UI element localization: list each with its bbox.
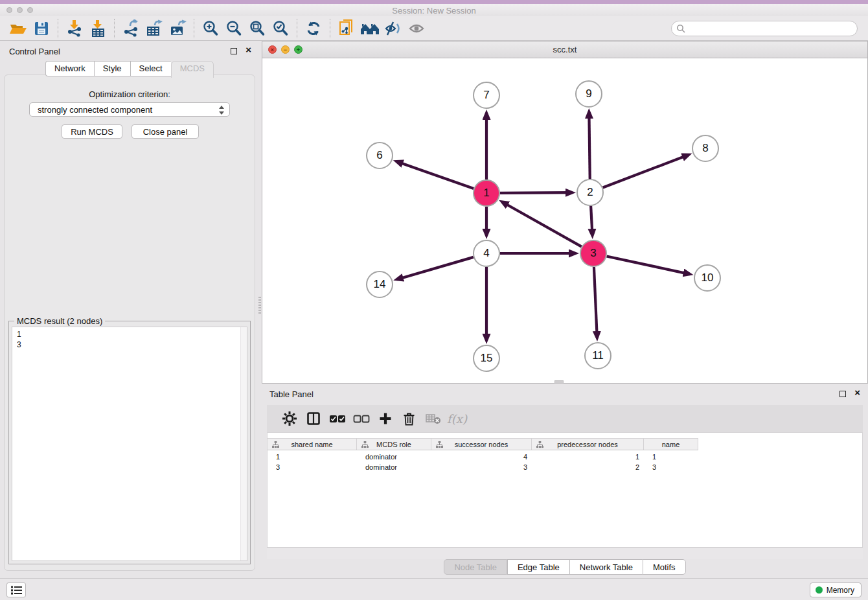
float-panel-icon[interactable] bbox=[231, 48, 237, 54]
node-table: shared nameMCDS rolesuccessor nodesprede… bbox=[267, 432, 863, 548]
graph-edge-2-9[interactable] bbox=[589, 112, 589, 179]
delete-table-button[interactable] bbox=[421, 408, 445, 430]
columns-icon bbox=[307, 412, 320, 425]
table-hscroll-track[interactable] bbox=[267, 548, 863, 559]
graph-node-3[interactable]: 3 bbox=[580, 240, 607, 267]
graph-node-1[interactable]: 1 bbox=[473, 179, 500, 207]
column-header-predecessor-nodes[interactable]: predecessor nodes bbox=[532, 439, 644, 450]
close-panel-button[interactable]: Close panel bbox=[131, 124, 199, 139]
graph-node-11[interactable]: 11 bbox=[584, 342, 611, 369]
new-network-from-selection-button[interactable] bbox=[335, 18, 358, 39]
graph-node-8[interactable]: 8 bbox=[692, 135, 719, 162]
graph-node-2[interactable]: 2 bbox=[577, 179, 604, 206]
column-label: MCDS role bbox=[376, 441, 411, 448]
import-table-button[interactable] bbox=[86, 18, 109, 39]
function-icon: f(x) bbox=[447, 412, 467, 426]
graph-edge-1-2[interactable] bbox=[500, 192, 572, 193]
optimization-criterion-value: strongly connected component bbox=[38, 105, 152, 115]
export-table-button[interactable] bbox=[143, 18, 166, 39]
mcds-result-item[interactable]: 3 bbox=[17, 340, 242, 350]
control-panel-title: Control Panel bbox=[9, 47, 60, 56]
graph-node-4[interactable]: 4 bbox=[473, 240, 500, 267]
zoom-in-button[interactable] bbox=[199, 18, 222, 39]
add-button[interactable] bbox=[373, 408, 397, 430]
tab-mcds[interactable]: MCDS bbox=[171, 61, 214, 78]
search-icon bbox=[676, 24, 685, 33]
graph-node-10[interactable]: 10 bbox=[694, 264, 721, 292]
graph-node-6[interactable]: 6 bbox=[366, 142, 393, 169]
table-cell-mcds-role[interactable]: dominator bbox=[357, 462, 431, 472]
open-file-button[interactable] bbox=[6, 18, 30, 39]
tab-node-table[interactable]: Node Table bbox=[444, 559, 507, 575]
graph-edge-3-1[interactable] bbox=[502, 202, 581, 247]
table-cell-name[interactable]: 3 bbox=[644, 462, 698, 472]
optimization-criterion-label: Optimization criterion: bbox=[5, 89, 255, 99]
canvas-splitter-grip[interactable] bbox=[554, 380, 564, 384]
graph-edge-2-3[interactable] bbox=[591, 206, 592, 235]
column-label: successor nodes bbox=[455, 441, 508, 448]
save-session-button[interactable] bbox=[30, 18, 53, 39]
optimization-criterion-select[interactable]: strongly connected component bbox=[29, 102, 230, 117]
search-input[interactable] bbox=[685, 24, 852, 33]
table-cell-successor-nodes[interactable]: 3 bbox=[431, 462, 532, 472]
table-cell-predecessor-nodes[interactable]: 2 bbox=[532, 462, 644, 472]
table-row[interactable]: 3dominator323 bbox=[268, 462, 698, 472]
first-neighbors-button[interactable] bbox=[358, 18, 382, 39]
close-table-panel-icon[interactable]: × bbox=[854, 387, 860, 398]
graph-edge-3-10[interactable] bbox=[607, 256, 690, 274]
graph-node-14[interactable]: 14 bbox=[366, 271, 393, 298]
graph-edge-4-14[interactable] bbox=[397, 257, 474, 279]
export-image-button[interactable] bbox=[166, 18, 189, 39]
mcds-result-list[interactable]: 13 bbox=[12, 327, 247, 561]
show-all-button[interactable] bbox=[405, 18, 428, 39]
gear-button[interactable] bbox=[277, 408, 301, 430]
tab-select[interactable]: Select bbox=[130, 61, 171, 76]
graph-node-9[interactable]: 9 bbox=[575, 80, 602, 108]
column-header-successor-nodes[interactable]: successor nodes bbox=[431, 439, 532, 450]
zoom-selected-button[interactable] bbox=[269, 18, 292, 39]
tab-style[interactable]: Style bbox=[94, 61, 130, 76]
graph-edge-1-6[interactable] bbox=[396, 161, 474, 189]
select-all-button[interactable] bbox=[325, 408, 349, 430]
tab-network[interactable]: Network bbox=[45, 61, 94, 76]
tab-network-table[interactable]: Network Table bbox=[569, 559, 643, 575]
table-cell-predecessor-nodes[interactable]: 1 bbox=[532, 452, 644, 462]
deselect-all-button[interactable] bbox=[349, 408, 373, 430]
graph-node-15[interactable]: 15 bbox=[473, 345, 500, 372]
graph-node-7[interactable]: 7 bbox=[473, 82, 500, 109]
close-panel-icon[interactable]: × bbox=[246, 44, 251, 55]
hierarchy-icon bbox=[272, 441, 279, 448]
panel-splitter-grip[interactable] bbox=[258, 297, 261, 314]
table-cell-mcds-role[interactable]: dominator bbox=[357, 452, 431, 462]
scrollbar-track[interactable] bbox=[240, 327, 247, 560]
tab-edge-table[interactable]: Edge Table bbox=[507, 559, 569, 575]
table-cell-name[interactable]: 1 bbox=[644, 452, 698, 462]
mcds-result-item[interactable]: 1 bbox=[17, 329, 242, 340]
tab-motifs[interactable]: Motifs bbox=[643, 559, 686, 575]
zoom-out-button[interactable] bbox=[222, 18, 246, 39]
run-mcds-button[interactable]: Run MCDS bbox=[62, 124, 122, 139]
table-cell-shared-name[interactable]: 3 bbox=[268, 462, 357, 472]
export-network-button[interactable] bbox=[119, 18, 143, 39]
zoom-fit-button[interactable] bbox=[246, 18, 269, 39]
delete-table-icon bbox=[426, 413, 441, 424]
function-builder-button[interactable]: f(x) bbox=[445, 408, 469, 430]
import-network-button[interactable] bbox=[63, 18, 86, 39]
table-cell-successor-nodes[interactable]: 4 bbox=[431, 452, 532, 462]
hide-selected-button[interactable] bbox=[382, 18, 405, 39]
column-header-mcds-role[interactable]: MCDS role bbox=[357, 439, 431, 450]
table-cell-shared-name[interactable]: 1 bbox=[268, 452, 357, 462]
column-header-shared-name[interactable]: shared name bbox=[268, 439, 357, 450]
refresh-layout-button[interactable] bbox=[302, 18, 325, 39]
trash-button[interactable] bbox=[397, 408, 421, 430]
graph-edge-2-8[interactable] bbox=[603, 155, 689, 188]
float-table-panel-icon[interactable] bbox=[839, 391, 846, 397]
table-row[interactable]: 1dominator411 bbox=[268, 452, 698, 462]
task-history-button[interactable] bbox=[6, 583, 26, 597]
graph-edge-3-11[interactable] bbox=[594, 267, 597, 338]
zoom-selected-icon bbox=[272, 20, 289, 37]
network-canvas[interactable]: 7968124314101511 bbox=[262, 59, 867, 383]
memory-button[interactable]: Memory bbox=[810, 583, 862, 597]
columns-button[interactable] bbox=[301, 408, 325, 430]
column-header-name[interactable]: name bbox=[644, 439, 698, 450]
